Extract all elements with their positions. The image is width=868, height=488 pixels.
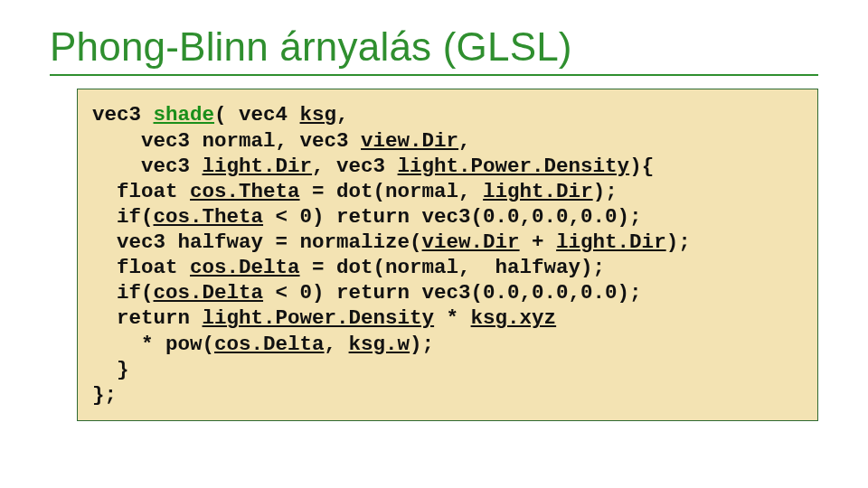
code-text: * pow( [92, 333, 214, 356]
code-line-7: float cos.Delta = dot(normal, halfway); [92, 255, 807, 280]
code-text: ( vec4 [214, 103, 300, 127]
code-line-5: if(cos.Theta < 0) return vec3(0.0,0.0,0.… [92, 204, 807, 230]
code-line-9: return light.Power.Density * ksg.xyz [92, 305, 807, 331]
code-text: if( [92, 281, 154, 305]
code-text: light.Dir [483, 180, 593, 203]
code-text: if( [92, 205, 154, 229]
code-line-1: vec3 shade( vec4 ksg, [92, 102, 807, 127]
code-text: ){ [629, 155, 654, 178]
code-text: ksg [300, 103, 337, 127]
code-line-2: vec3 normal, vec3 view.Dir, [92, 128, 807, 154]
code-line-12: }; [92, 382, 807, 408]
slide-title: Phong-Blinn árnyalás (GLSL) [50, 25, 818, 69]
code-text: = dot(normal, [300, 180, 484, 203]
code-text: light.Dir [556, 230, 666, 254]
code-line-4: float cos.Theta = dot(normal, light.Dir)… [92, 179, 807, 204]
code-text: vec3 [92, 103, 154, 127]
title-underline [50, 74, 818, 76]
slide: Phong-Blinn árnyalás (GLSL) vec3 shade( … [0, 0, 868, 488]
code-text: cos.Delta [190, 256, 300, 279]
code-text: + [520, 230, 557, 254]
code-text: < 0) return vec3(0.0,0.0,0.0); [263, 205, 642, 229]
code-text: < 0) return vec3(0.0,0.0,0.0); [263, 281, 642, 305]
code-text: float [92, 180, 190, 203]
code-text: light.Power.Density [203, 306, 435, 330]
function-name: shade [154, 103, 215, 127]
code-text: view.Dir [361, 129, 458, 153]
code-line-11: } [92, 357, 807, 382]
code-line-10: * pow(cos.Delta, ksg.w); [92, 332, 807, 357]
code-text: ksg.xyz [471, 306, 557, 330]
code-text: ); [666, 230, 691, 254]
code-text: light.Dir [203, 155, 313, 178]
code-text: vec3 halfway = normalize( [92, 230, 422, 254]
code-text: cos.Delta [214, 333, 325, 356]
code-text: ksg.w [349, 333, 410, 356]
code-line-6: vec3 halfway = normalize(view.Dir + ligh… [92, 230, 807, 255]
code-text: * [434, 306, 471, 330]
code-text: float [92, 256, 190, 279]
code-text: view.Dir [422, 230, 520, 254]
code-text: , vec3 [312, 155, 398, 178]
code-text: ); [410, 333, 434, 356]
code-block: vec3 shade( vec4 ksg, vec3 normal, vec3 … [77, 89, 818, 421]
code-line-3: vec3 light.Dir, vec3 light.Power.Density… [92, 154, 807, 179]
code-text: ); [593, 180, 618, 203]
code-text: = dot(normal, halfway); [300, 256, 606, 279]
code-line-8: if(cos.Delta < 0) return vec3(0.0,0.0,0.… [92, 280, 807, 305]
code-text: , [325, 333, 349, 356]
code-text: , [336, 103, 349, 127]
code-text: return [92, 306, 203, 330]
code-text: light.Power.Density [398, 155, 630, 178]
code-text: cos.Theta [154, 205, 264, 229]
code-text: , [458, 129, 471, 153]
code-text: cos.Delta [154, 281, 264, 305]
code-text: cos.Theta [190, 180, 300, 203]
code-text: vec3 [92, 155, 203, 178]
code-text: vec3 normal, vec3 [92, 129, 361, 153]
